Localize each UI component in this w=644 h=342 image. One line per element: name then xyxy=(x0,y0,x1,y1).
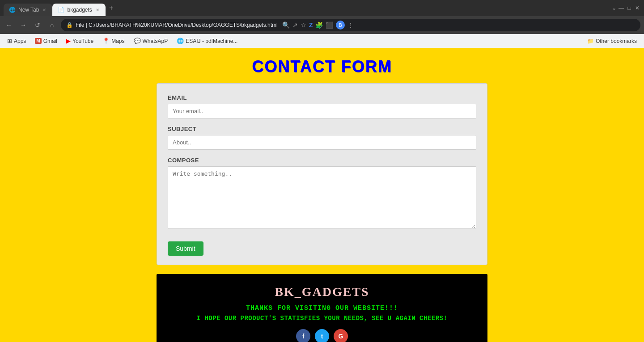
compose-group: COMPOSE xyxy=(168,157,476,231)
address-bar-actions: 🔍 ↗ ☆ Z 🧩 ⬛ B ⋮ xyxy=(282,21,354,30)
address-bar-row: ← → ↺ ⌂ 🔒 File | C:/Users/BHARATH%20KUMA… xyxy=(0,16,644,34)
footer-thanks: THANKS FOR VISITING OUR WEBSITE!!! xyxy=(164,304,480,312)
zoom-icon[interactable]: 🔍 xyxy=(282,21,290,29)
submit-button[interactable]: Submit xyxy=(168,241,203,256)
bookmark-maps[interactable]: 📍 Maps xyxy=(99,36,128,46)
new-tab-favicon: 🌐 xyxy=(9,7,16,13)
facebook-icon[interactable]: f xyxy=(296,329,310,342)
bkgadgets-close-icon[interactable]: ✕ xyxy=(95,7,100,13)
bookmarks-right: 📁 Other bookmarks xyxy=(584,37,640,46)
tab-bkgadgets[interactable]: 📄 bkgadgets ✕ xyxy=(52,4,105,16)
profile-icon[interactable]: B xyxy=(336,21,345,30)
page-title: CONTACT FORM xyxy=(252,57,392,76)
window-controls: ⌄ — □ ✕ xyxy=(612,5,640,11)
bookmark-maps-label: Maps xyxy=(111,38,124,44)
tab-bar: 🌐 New Tab ✕ 📄 bkgadgets ✕ + xyxy=(4,0,608,16)
new-tab-label: New Tab xyxy=(18,7,39,13)
compose-label: COMPOSE xyxy=(168,157,476,164)
email-group: EMAIL xyxy=(168,94,476,118)
email-label: EMAIL xyxy=(168,94,476,101)
subject-label: SUBJECT xyxy=(168,126,476,132)
subject-group: SUBJECT xyxy=(168,126,476,150)
maximize-button[interactable]: □ xyxy=(626,5,632,11)
title-bar: 🌐 New Tab ✕ 📄 bkgadgets ✕ + ⌄ — □ ✕ xyxy=(0,0,644,16)
menu-icon[interactable]: ⋮ xyxy=(347,21,354,29)
bookmark-esaij-label: ESAIJ - pdfMachine... xyxy=(186,38,237,44)
zenmate-icon[interactable]: Z xyxy=(309,21,313,29)
reload-button[interactable]: ↺ xyxy=(32,20,43,30)
footer-brand: BK_GADGETS xyxy=(164,285,480,299)
close-button[interactable]: ✕ xyxy=(634,5,640,11)
bookmark-whatsapp-label: WhatsApP xyxy=(143,38,168,44)
address-bar[interactable]: 🔒 File | C:/Users/BHARATH%20KUMAR/OneDri… xyxy=(61,19,640,31)
bookmark-gmail[interactable]: M Gmail xyxy=(31,37,61,46)
compose-textarea[interactable] xyxy=(168,166,476,229)
browser-frame: 🌐 New Tab ✕ 📄 bkgadgets ✕ + ⌄ — □ ✕ ← → … xyxy=(0,0,644,342)
bookmark-gmail-label: Gmail xyxy=(43,38,57,44)
bookmarks-bar: ⊞ Apps M Gmail ▶ YouTube 📍 Maps 💬 WhatsA… xyxy=(0,34,644,48)
profile-dropdown-icon[interactable]: ⌄ xyxy=(612,5,616,11)
bookmark-youtube[interactable]: ▶ YouTube xyxy=(63,36,97,46)
google-icon[interactable]: G xyxy=(334,329,348,342)
email-input[interactable] xyxy=(168,104,476,118)
youtube-icon: ▶ xyxy=(66,38,71,44)
tab-new-tab[interactable]: 🌐 New Tab ✕ xyxy=(4,4,52,16)
bookmark-star-icon[interactable]: ☆ xyxy=(301,21,306,29)
apps-icon: ⊞ xyxy=(7,38,12,44)
bookmark-folder-icon: 📁 xyxy=(587,38,594,44)
cast-icon[interactable]: ⬛ xyxy=(326,21,333,29)
share-icon[interactable]: ↗ xyxy=(292,21,298,29)
bookmark-apps[interactable]: ⊞ Apps xyxy=(4,36,30,46)
minimize-button[interactable]: — xyxy=(618,5,624,11)
esaij-icon: 🌐 xyxy=(177,38,184,44)
contact-form: EMAIL SUBJECT COMPOSE Submit xyxy=(168,94,476,256)
bookmark-youtube-label: YouTube xyxy=(72,38,93,44)
bkgadgets-tab-label: bkgadgets xyxy=(67,7,92,13)
social-icons: f t G xyxy=(164,329,480,342)
subject-input[interactable] xyxy=(168,135,476,150)
twitter-icon[interactable]: t xyxy=(315,329,329,342)
bookmark-esaij[interactable]: 🌐 ESAIJ - pdfMachine... xyxy=(173,36,241,46)
extensions-icon[interactable]: 🧩 xyxy=(315,21,323,29)
whatsapp-icon: 💬 xyxy=(134,38,141,44)
back-button[interactable]: ← xyxy=(4,20,14,30)
bookmark-apps-label: Apps xyxy=(14,38,26,44)
lock-icon: 🔒 xyxy=(66,22,73,28)
forward-button[interactable]: → xyxy=(18,20,29,30)
maps-icon: 📍 xyxy=(102,38,110,44)
footer-hope: I HOPE OUR PRODUCT'S STATISFIES YOUR NEE… xyxy=(164,315,480,322)
new-tab-close-icon[interactable]: ✕ xyxy=(42,7,47,13)
other-bookmarks[interactable]: 📁 Other bookmarks xyxy=(584,37,640,46)
bookmark-whatsapp[interactable]: 💬 WhatsApP xyxy=(130,36,172,46)
footer: BK_GADGETS THANKS FOR VISITING OUR WEBSI… xyxy=(157,274,487,342)
contact-form-container: EMAIL SUBJECT COMPOSE Submit xyxy=(157,83,487,265)
gmail-icon: M xyxy=(35,38,41,44)
other-bookmarks-label: Other bookmarks xyxy=(596,38,637,44)
bkgadgets-favicon: 📄 xyxy=(58,7,64,13)
address-text: File | C:/Users/BHARATH%20KUMAR/OneDrive… xyxy=(76,22,278,28)
home-button[interactable]: ⌂ xyxy=(47,20,57,30)
new-tab-button[interactable]: + xyxy=(106,4,117,12)
page-content: CONTACT FORM EMAIL SUBJECT COMPOSE xyxy=(0,48,644,342)
